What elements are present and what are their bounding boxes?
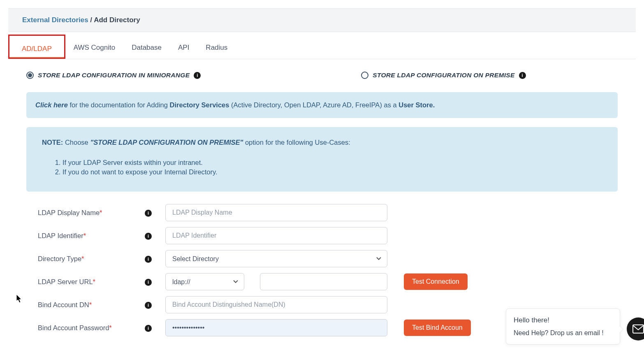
- tab-api[interactable]: API: [170, 44, 197, 59]
- documentation-alert: Click here for the documentation for Add…: [26, 92, 618, 118]
- storage-option-row: STORE LDAP CONFIGURATION IN MINIORANGE i…: [26, 72, 618, 79]
- tab-ad-ldap[interactable]: AD/LDAP: [8, 35, 65, 59]
- select-directory-type[interactable]: Select Directory: [165, 250, 387, 267]
- test-bind-account-button[interactable]: Test Bind Accoun: [404, 320, 471, 336]
- note-item: If you do not want to expose your Intern…: [63, 168, 602, 176]
- info-icon[interactable]: i: [145, 210, 152, 217]
- info-icon[interactable]: i: [145, 233, 152, 240]
- radio-label: STORE LDAP CONFIGURATION IN MINIORANGE: [38, 72, 190, 79]
- radio-store-miniorange[interactable]: STORE LDAP CONFIGURATION IN MINIORANGE i: [26, 72, 201, 79]
- info-icon[interactable]: i: [145, 302, 152, 309]
- documentation-link[interactable]: Click here: [35, 101, 68, 109]
- breadcrumb-bar: External Directories / Add Directory: [8, 8, 636, 32]
- info-icon[interactable]: i: [145, 256, 152, 263]
- breadcrumb-link-external-directories[interactable]: External Directories: [22, 16, 88, 24]
- breadcrumb-separator: /: [88, 16, 94, 24]
- label-ldap-display-name: LDAP Display Name*: [38, 209, 145, 217]
- svg-rect-0: [633, 325, 644, 333]
- label-ldap-server-url: LDAP Server URL*: [38, 278, 145, 286]
- note-list: If your LDAP Server exists within your i…: [42, 159, 602, 176]
- popup-arrow-icon: [619, 325, 623, 333]
- tab-radius[interactable]: Radius: [197, 44, 236, 59]
- label-directory-type: Directory Type*: [38, 255, 145, 263]
- mail-icon: [632, 324, 644, 333]
- input-ldap-display-name[interactable]: [165, 204, 387, 221]
- help-popup-message: Need Help? Drop us an email !: [514, 329, 610, 337]
- radio-icon: [361, 72, 368, 79]
- info-icon[interactable]: i: [145, 279, 152, 286]
- chat-button[interactable]: [627, 317, 644, 340]
- info-icon[interactable]: i: [194, 72, 201, 79]
- note-label: NOTE:: [42, 139, 63, 146]
- radio-icon: [26, 72, 34, 79]
- breadcrumb-current: Add Directory: [94, 16, 140, 24]
- input-bind-account-password[interactable]: [165, 319, 387, 336]
- info-icon[interactable]: i: [145, 325, 152, 332]
- label-bind-account-dn: Bind Account DN*: [38, 301, 145, 309]
- label-ldap-identifier: LDAP Identifier*: [38, 232, 145, 240]
- breadcrumb: External Directories / Add Directory: [22, 16, 628, 24]
- radio-label: STORE LDAP CONFIGURATION ON PREMISE: [373, 72, 514, 79]
- input-ldap-host[interactable]: [260, 273, 387, 290]
- help-popup-greeting: Hello there!: [514, 316, 610, 324]
- info-icon[interactable]: i: [519, 72, 526, 79]
- note-item: If your LDAP Server exists within your i…: [63, 159, 602, 167]
- tabs: AD/LDAP AWS Cognito Database API Radius: [8, 32, 636, 59]
- input-bind-account-dn[interactable]: [165, 296, 387, 313]
- label-bind-account-password: Bind Account Password*: [38, 324, 145, 332]
- select-ldap-protocol[interactable]: ldap://: [165, 273, 244, 290]
- input-ldap-identifier[interactable]: [165, 227, 387, 244]
- tab-aws-cognito[interactable]: AWS Cognito: [65, 44, 123, 59]
- note-box: NOTE: Choose "STORE LDAP CONFIGURATION O…: [26, 127, 618, 192]
- tab-database[interactable]: Database: [123, 44, 170, 59]
- test-connection-button[interactable]: Test Connection: [404, 273, 468, 290]
- help-popup: Hello there! Need Help? Drop us an email…: [506, 308, 620, 345]
- radio-store-onpremise[interactable]: STORE LDAP CONFIGURATION ON PREMISE i: [361, 72, 526, 79]
